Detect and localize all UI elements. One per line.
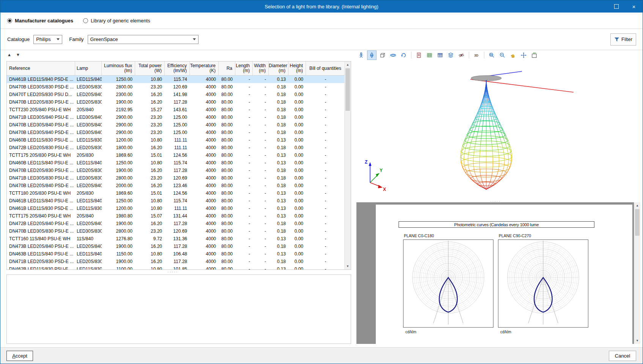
table-row-15[interactable]: TCTT180 20S/830 PSU-E WH20S/8301869.6015… <box>7 189 345 197</box>
scrollbar-thumb[interactable] <box>635 209 640 236</box>
radio-library-generic-elements[interactable]: Library of generic elements <box>83 18 150 24</box>
fit-view-icon[interactable] <box>519 50 528 60</box>
hide-elements-icon[interactable] <box>457 50 466 60</box>
table-row-13[interactable]: DN471B LED30S/830 PSU-E ...LED30S/830280… <box>7 174 345 182</box>
value-table-icon[interactable] <box>435 50 445 60</box>
3d-effects-icon[interactable]: 3D <box>472 50 481 60</box>
pan-icon[interactable] <box>508 50 518 60</box>
table-row-4[interactable]: TCTT230 20S/840 PSU-E WH20S/8402192.9515… <box>7 106 345 113</box>
column-header-1[interactable]: Lamp <box>75 61 102 75</box>
table-cell: 1900.00 <box>102 167 135 174</box>
accept-button[interactable]: Accept <box>6 351 33 361</box>
table-row-3[interactable]: DN470B LED20S/830 PSU-E ...LED20S/830190… <box>7 98 345 106</box>
table-cell: - <box>235 250 253 258</box>
initial-view-icon[interactable] <box>530 50 539 60</box>
orbit-view-icon[interactable] <box>388 50 398 60</box>
table-cell: 80.00 <box>219 197 235 205</box>
table-row-24[interactable]: DN471B LED20S/830 PSD-E ...LED20S/830190… <box>7 258 345 265</box>
scroll-up-icon[interactable]: ▲ <box>634 202 640 209</box>
zoom-window-icon[interactable] <box>487 50 496 60</box>
column-header-8[interactable]: Width(m) <box>253 61 269 75</box>
table-cell: - <box>253 83 269 91</box>
turntable-view-icon[interactable] <box>399 50 408 60</box>
export-table-icon[interactable] <box>425 50 434 60</box>
scrollbar-thumb[interactable] <box>345 68 350 111</box>
close-button[interactable]: × <box>625 0 643 13</box>
column-header-7[interactable]: Length(m) <box>235 61 253 75</box>
column-header-4[interactable]: Efficiency(lm/W) <box>165 61 190 75</box>
horizontal-splitter[interactable]: ····· <box>167 271 178 273</box>
table-cell: 0.00 <box>288 121 306 129</box>
sort-down-button[interactable]: ▼ <box>16 52 20 57</box>
table-row-20[interactable]: DN470B LED30S/830 PSU-E ...LED30S/830280… <box>7 227 345 235</box>
table-cell: 0.18 <box>269 106 288 113</box>
catalogue-select[interactable]: Philips <box>33 35 62 44</box>
column-header-2[interactable]: Luminous flux(lm) <box>102 61 135 75</box>
table-cell: 80.00 <box>219 235 235 243</box>
document-scrollbar[interactable]: ▲ ▼ <box>634 202 640 344</box>
column-header-0[interactable]: Reference <box>7 61 75 75</box>
radio-manufacturer-catalogues[interactable]: Manufacturer catalogues <box>7 18 73 24</box>
column-header-3[interactable]: Total power(W) <box>135 61 165 75</box>
table-cell: 80.00 <box>219 212 235 220</box>
layers-icon[interactable] <box>446 50 455 60</box>
table-row-5[interactable]: DN471B LED30S/840 PSU-E ...LED30S/840290… <box>7 113 345 121</box>
column-header-10[interactable]: Height(m) <box>288 61 306 75</box>
table-cell: LED30S/830 <box>75 174 102 182</box>
family-select[interactable]: GreenSpace <box>88 35 199 44</box>
scroll-down-icon[interactable]: ▼ <box>345 263 351 269</box>
table-row-17[interactable]: DN461B LED11S/830 PSD-E ...LED11S/830120… <box>7 205 345 212</box>
table-cell: 80.00 <box>219 159 235 167</box>
table-row-21[interactable]: TCTT160 11S/840 PSU-E WH11S/8401276.809.… <box>7 235 345 243</box>
photometric-curves-view[interactable]: Photometric curves (Candelas every 1000 … <box>356 202 640 344</box>
column-header-5[interactable]: Temperature(K) <box>190 61 219 75</box>
toolbar-separator <box>411 52 411 58</box>
photometric-3d-viewport[interactable]: Z Y X <box>356 60 640 200</box>
observer-view-icon[interactable] <box>356 50 366 60</box>
table-row-23[interactable]: DN463B LED11S/840 PSU-E ...LED11S/840115… <box>7 250 345 258</box>
view-toolbar: 3D <box>356 50 539 60</box>
table-cell: 4000 <box>190 91 219 98</box>
table-cell: DN472B LED20S/840 PSU-E ... <box>7 220 75 227</box>
table-row-10[interactable]: TCTT175 20S/830 PSU-E WH20S/8301869.6015… <box>7 151 345 159</box>
zoom-out-icon[interactable] <box>498 50 507 60</box>
table-cell: 80.00 <box>219 182 235 189</box>
table-scrollbar[interactable]: ▲ ▼ <box>344 61 351 269</box>
rotate-view-icon[interactable] <box>378 50 387 60</box>
table-row-9[interactable]: DN472B LED20S/830 PSU-E ...LED20S/830180… <box>7 144 345 151</box>
sort-up-button[interactable]: ▲ <box>7 52 11 57</box>
scroll-down-icon[interactable]: ▼ <box>634 337 640 344</box>
column-header-6[interactable]: Ra <box>219 61 235 75</box>
scroll-up-icon[interactable]: ▲ <box>345 61 351 68</box>
table-row-16[interactable]: DN461B LED11S/840 PSU-E ...LED11S/840125… <box>7 197 345 205</box>
photometric-solid-view-icon[interactable] <box>367 50 377 60</box>
table-row-18[interactable]: TCTT175 20S/840 PSU-E WH20S/8401980.8015… <box>7 212 345 220</box>
table-row-6[interactable]: DN470B LED30S/840 PSU-E ...LED30S/840290… <box>7 121 345 129</box>
table-row-14[interactable]: DN470B LED20S/840 PSD-E ...LED20S/840200… <box>7 182 345 189</box>
accept-button-label: Accept <box>7 351 33 361</box>
table-cell: 0.00 <box>288 113 306 121</box>
table-cell: - <box>253 91 269 98</box>
table-row-0[interactable]: DN461B LED11S/840 PSD-E ...LED11S/840125… <box>7 76 345 83</box>
table-cell: 4000 <box>190 83 219 91</box>
report-icon[interactable] <box>414 50 424 60</box>
table-row-1[interactable]: DN470B LED30S/830 PSD-E ...LED30S/830280… <box>7 83 345 91</box>
table-cell: 4000 <box>190 98 219 106</box>
x-axis-label: X <box>383 187 386 192</box>
table-cell: 2800.00 <box>102 227 135 235</box>
table-row-22[interactable]: DN473B LED20S/840 PSU-E ...LED20S/840190… <box>7 243 345 250</box>
table-row-11[interactable]: DN460B LED11S/840 PSU-E ...LED11S/840125… <box>7 159 345 167</box>
maximize-button[interactable] <box>608 0 625 13</box>
table-row-19[interactable]: DN472B LED20S/840 PSU-E ...LED20S/840190… <box>7 220 345 227</box>
column-header-11[interactable]: Bill of quantities <box>306 61 345 75</box>
table-cell: TCTT180 20S/830 PSU-E WH <box>7 189 75 197</box>
table-row-12[interactable]: DN470B LED20S/830 PSU-E ...LED20S/830190… <box>7 167 345 174</box>
cancel-button[interactable]: Cancel <box>609 351 636 361</box>
table-row-8[interactable]: DN460B LED11S/830 PSU-E ...LED11S/830120… <box>7 136 345 144</box>
table-row-7[interactable]: DN470B LED30S/840 PSD-E ...LED30S/840290… <box>7 129 345 136</box>
radio-label: Manufacturer catalogues <box>15 18 73 24</box>
table-cell: 0.13 <box>269 250 288 258</box>
filter-button[interactable]: Filter <box>610 33 636 46</box>
column-header-9[interactable]: Diameter(m) <box>269 61 288 75</box>
table-row-2[interactable]: DN470T LED20S/830 PSU D...LED20S/8402300… <box>7 91 345 98</box>
